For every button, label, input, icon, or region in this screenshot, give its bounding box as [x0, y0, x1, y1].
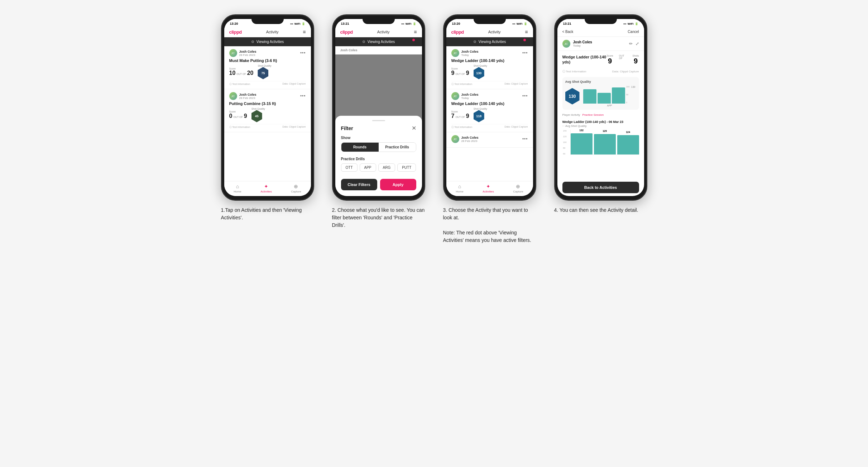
- score-label-1-2: Score: [229, 110, 247, 113]
- avatar-3-3: JC: [451, 135, 459, 143]
- score-value-3-1: 9: [451, 70, 455, 76]
- status-time-3: 13:20: [452, 22, 460, 25]
- info-2: Data: Clippd Capture: [612, 70, 639, 73]
- viewing-banner-3[interactable]: ⚙ Viewing Activities: [446, 37, 533, 46]
- activity-card-3-2[interactable]: JC Josh Coles Today ••• Wedge Ladder (10…: [446, 89, 533, 132]
- nav-capture-3[interactable]: ⊕ Capture: [513, 184, 523, 193]
- nav-activities-3[interactable]: ✦ Activities: [483, 184, 494, 193]
- detail-shots-value: 9: [634, 57, 638, 65]
- dots-menu-1-1[interactable]: •••: [300, 51, 306, 56]
- phone-4: 13:21 ▪▪▪ WiFi 🔋 < Back Cancel JC: [554, 14, 647, 201]
- drill-name-section: Wedge Ladder (100-140 yds): [562, 54, 607, 65]
- close-button[interactable]: ✕: [412, 125, 416, 132]
- phone-3-screen: 13:20 ▪▪▪ WiFi 🔋 clippd Activity ≡ ⚙: [446, 19, 533, 196]
- phone-3-column: 13:20 ▪▪▪ WiFi 🔋 clippd Activity ≡ ⚙: [440, 14, 540, 244]
- toggle-practice-drills[interactable]: Practice Drills: [379, 143, 416, 152]
- phone-3-notch: [474, 15, 506, 24]
- apply-button[interactable]: Apply: [380, 179, 416, 190]
- dots-menu-1-2[interactable]: •••: [300, 94, 306, 99]
- detail-shots-label: Shots: [633, 54, 639, 57]
- detail-user-name: Josh Coles: [573, 40, 592, 44]
- bar-chart-full: 140 120 100 80 60 132: [562, 130, 639, 158]
- user-date-3-3: 28 Feb 2023: [461, 139, 479, 143]
- toggle-rounds[interactable]: Rounds: [341, 143, 379, 152]
- filter-title: Filter: [341, 125, 353, 131]
- activity-card-1-2[interactable]: JC Josh Coles 28 Feb 2023 ••• Putting Co…: [224, 89, 311, 132]
- caption-1: 1.Tap on Activities and then 'Viewing Ac…: [221, 206, 314, 221]
- drill-app[interactable]: APP: [360, 163, 376, 172]
- clear-filters-button[interactable]: Clear Filters: [341, 179, 377, 190]
- logo-3: clippd: [451, 29, 464, 35]
- avatar-4: JC: [562, 40, 570, 48]
- out-of-3-1: OUT OF: [455, 73, 465, 75]
- battery-icon-4: 🔋: [635, 22, 638, 25]
- card-user-info-3-3: Josh Coles 28 Feb 2023: [461, 136, 479, 143]
- viewing-banner-2[interactable]: ⚙ Viewing Activities: [335, 37, 422, 46]
- wifi-icon-3: WiFi: [517, 22, 523, 25]
- back-button[interactable]: < Back: [562, 30, 574, 34]
- viewing-banner-text-3: Viewing Activities: [479, 40, 506, 44]
- score-value-1-2: 0: [229, 113, 232, 119]
- hamburger-1[interactable]: ≡: [303, 29, 306, 35]
- header-title-1: Activity: [266, 30, 279, 34]
- chart-max-label: 130: [631, 86, 636, 88]
- y-axis-mini: 100 50 0: [626, 86, 629, 104]
- viewing-banner-1[interactable]: ⚙ Viewing Activities: [224, 37, 311, 46]
- drill-putt[interactable]: PUTT: [397, 163, 416, 172]
- phone-2-notch: [363, 15, 395, 24]
- signal-icon-4: ▪▪▪: [623, 22, 627, 25]
- dots-menu-3-2[interactable]: •••: [522, 94, 528, 99]
- dots-menu-3-3[interactable]: •••: [522, 137, 528, 142]
- caption-4: 4. You can then see the Activity detail.: [554, 206, 647, 214]
- capture-icon-1: ⊕: [294, 184, 298, 189]
- score-label-3-1: Score: [451, 67, 469, 70]
- expand-icon[interactable]: ⤢: [636, 41, 639, 46]
- avatar-1-1: JC: [229, 49, 237, 57]
- home-icon-3: ⌂: [458, 184, 461, 189]
- card-avatar-info-1-2: JC Josh Coles 28 Feb 2023: [229, 92, 256, 100]
- card-user-info-3-2: Josh Coles Today: [461, 93, 479, 100]
- status-icons-2: ▪▪▪ WiFi 🔋: [401, 22, 416, 25]
- detail-user-info-4: JC Josh Coles Today: [562, 40, 592, 48]
- nav-activities-1[interactable]: ✦ Activities: [260, 184, 272, 193]
- filter-icon-1: ⚙: [251, 40, 254, 44]
- header-title-2: Activity: [377, 30, 390, 34]
- drill-arg[interactable]: ARG: [378, 163, 395, 172]
- mini-chart-container: 130 100 50 0: [583, 86, 636, 107]
- activity-card-1-1[interactable]: JC Josh Coles 28 Feb 2023 ••• Must Make …: [224, 46, 311, 89]
- battery-icon-3: 🔋: [524, 22, 527, 25]
- show-label: Show: [341, 136, 416, 140]
- nav-home-1[interactable]: ⌂ Home: [234, 184, 241, 193]
- sub-chart-title: Wedge Ladder (100-140 yds) - 06 Mar 23: [562, 120, 639, 124]
- nav-home-3[interactable]: ⌂ Home: [456, 184, 463, 193]
- detail-content-4: Wedge Ladder (100-140 yds) Score 9 OUT O…: [557, 51, 644, 179]
- sq-label-3-1: Shot Quality: [474, 65, 487, 67]
- edit-icon[interactable]: ✏: [629, 41, 633, 46]
- dots-menu-3-1[interactable]: •••: [522, 51, 528, 56]
- shots-value-1-1: 20: [247, 70, 254, 76]
- hamburger-3[interactable]: ≡: [525, 29, 528, 35]
- sq-badge-3-1: 130: [474, 67, 484, 79]
- filter-icon-2: ⚙: [362, 40, 365, 44]
- card-header-3-3: JC Josh Coles 28 Feb 2023 •••: [451, 135, 528, 143]
- back-to-activities-button[interactable]: Back to Activities: [562, 182, 639, 193]
- cancel-button-4[interactable]: Cancel: [628, 30, 639, 34]
- detail-icons-4: ✏ ⤢: [629, 41, 639, 46]
- hamburger-2[interactable]: ≡: [414, 29, 417, 35]
- user-name-1-2: Josh Coles: [239, 93, 256, 96]
- nav-capture-1[interactable]: ⊕ Capture: [291, 184, 301, 193]
- card-footer-3-1: ⓘ Test Information Data: Clippd Capture: [451, 81, 528, 86]
- card-stats-1-2: Score 0 OUT OF 9 Shot Quality 4: [229, 108, 306, 122]
- shots-value-1-2: 9: [244, 113, 247, 119]
- viewing-banner-text-1: Viewing Activities: [256, 40, 284, 44]
- score-value-3-2: 7: [451, 113, 455, 119]
- activity-card-3-3[interactable]: JC Josh Coles 28 Feb 2023 •••: [446, 132, 533, 148]
- activity-card-3-1[interactable]: JC Josh Coles Today ••• Wedge Ladder (10…: [446, 46, 533, 89]
- stat-score-1-2: Score 0 OUT OF 9: [229, 110, 247, 119]
- phones-row: 13:20 ▪▪▪ WiFi 🔋 clippd Activity ≡ ⚙: [217, 14, 651, 244]
- card-user-info-1-1: Josh Coles 28 Feb 2023: [239, 50, 256, 57]
- shots-value-3-1: 9: [466, 70, 469, 76]
- card-user-info-3-1: Josh Coles Today: [461, 50, 479, 57]
- out-of-1-1: OUT OF: [236, 73, 246, 75]
- drill-ott[interactable]: OTT: [341, 163, 358, 172]
